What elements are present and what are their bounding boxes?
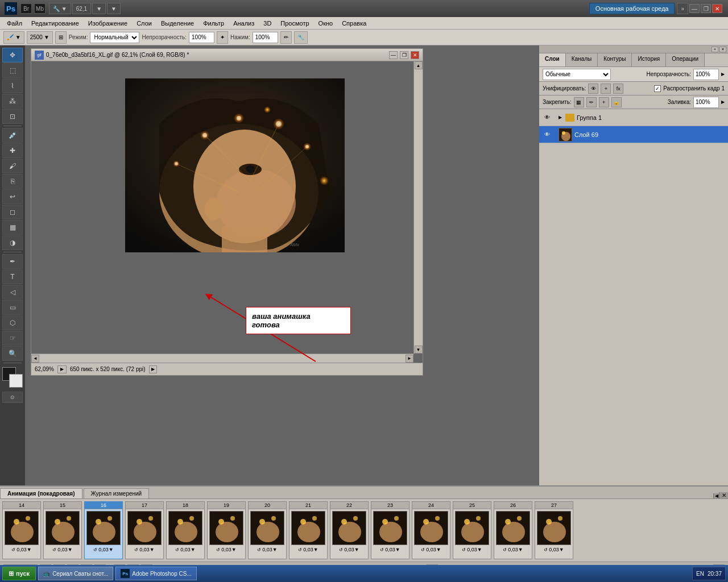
start-button[interactable]: ⊞ пуск <box>2 567 36 580</box>
frame-delay-27[interactable]: ↺0,03▼ <box>544 547 564 552</box>
pen-pressure-btn[interactable]: ✏ <box>280 31 292 44</box>
frame-22[interactable]: 22 ↺0,03▼ <box>330 501 369 559</box>
menu-analysis[interactable]: Анализ <box>229 19 259 28</box>
taskbar-item-serials[interactable]: 📺 Сериал Сваты снот... <box>38 567 113 580</box>
restore-button[interactable]: ❐ <box>701 4 711 13</box>
frame-18[interactable]: 18 ↺0,03▼ <box>166 501 205 559</box>
frame-23[interactable]: 23 ↺0,03▼ <box>371 501 410 559</box>
doc-minimize-btn[interactable]: — <box>389 51 398 59</box>
airbrush-btn[interactable]: ✦ <box>217 31 228 44</box>
crop-tool[interactable]: ⊡ <box>2 109 23 124</box>
panel-menu-btn[interactable]: ✕ <box>719 47 726 52</box>
scroll-left-btn[interactable]: ◄ <box>31 355 39 363</box>
clone-tool[interactable]: ⎘ <box>2 174 23 189</box>
frame-20[interactable]: 20 ↺0,03▼ <box>248 501 287 559</box>
frame-25[interactable]: 25 ↺0,03▼ <box>453 501 491 559</box>
doc-restore-btn[interactable]: ❐ <box>400 51 408 59</box>
unify-position-btn[interactable]: + <box>601 84 611 94</box>
tool-dropdown-2[interactable]: ▼ <box>92 3 106 14</box>
horizontal-scrollbar[interactable]: ◄ ► <box>31 354 413 363</box>
frame-21[interactable]: 21 ↺0,03▼ <box>289 501 328 559</box>
color-swatch[interactable] <box>2 367 23 388</box>
tab-actions[interactable]: Операции <box>666 53 705 66</box>
tool-dropdown-3[interactable]: ▼ <box>107 3 121 14</box>
frame-16[interactable]: 16 ↺0,03▼ <box>84 501 123 559</box>
menu-edit[interactable]: Редактирование <box>27 19 84 28</box>
lock-all-btn[interactable]: 🔒 <box>611 97 622 107</box>
quick-mask-btn[interactable]: ⊙ <box>2 392 23 403</box>
brush-tool-icon[interactable]: 🖌️ ▼ <box>3 31 24 44</box>
zoom-info-btn[interactable]: ▶ <box>57 365 67 373</box>
menu-select[interactable]: Выделение <box>156 19 198 28</box>
history-brush[interactable]: ↩ <box>2 189 23 204</box>
mode-select[interactable]: Нормальный <box>90 32 139 43</box>
lock-transparent-btn[interactable]: ▦ <box>574 97 584 107</box>
quick-select-tool[interactable]: ⁂ <box>2 94 23 109</box>
frame-delay-15[interactable]: ↺0,03▼ <box>52 547 72 552</box>
size-info-btn[interactable]: ▶ <box>149 365 157 373</box>
fill-value-display[interactable]: 100% <box>693 97 719 108</box>
shape-tool[interactable]: ▭ <box>2 300 23 315</box>
menu-view[interactable]: Просмотр <box>276 19 313 28</box>
frame-19[interactable]: 19 ↺0,03▼ <box>207 501 246 559</box>
unify-visibility-btn[interactable]: 👁 <box>588 84 598 94</box>
frame-delay-26[interactable]: ↺0,03▼ <box>503 547 523 552</box>
frame-24[interactable]: 24 ↺0,03▼ <box>412 501 450 559</box>
hand-tool[interactable]: ☞ <box>2 331 23 346</box>
lock-position-btn[interactable]: + <box>599 97 609 107</box>
zoom-tool[interactable]: 🔍 <box>2 346 23 361</box>
unify-style-btn[interactable]: fx <box>613 84 623 94</box>
tab-paths[interactable]: Контуры <box>598 53 632 66</box>
frame-14[interactable]: 14 ↺0,03▼ <box>2 501 41 559</box>
pressure-value[interactable]: 100% <box>253 32 278 43</box>
marquee-tool[interactable]: ⬚ <box>2 63 23 78</box>
heal-tool[interactable]: ✚ <box>2 143 23 158</box>
frame-delay-22[interactable]: ↺0,03▼ <box>339 547 359 552</box>
path-select-tool[interactable]: ◁ <box>2 285 23 300</box>
panel-close-icon[interactable]: ✕ <box>719 492 728 498</box>
frame-delay-16[interactable]: ↺0,03▼ <box>93 547 113 552</box>
menu-3d[interactable]: 3D <box>259 19 276 28</box>
tab-animation[interactable]: Анимация (покадровая) <box>0 488 82 498</box>
eraser-tool[interactable]: ◻ <box>2 205 23 219</box>
panel-collapse-icon[interactable]: ◀ <box>713 493 719 498</box>
frame-delay-24[interactable]: ↺0,03▼ <box>421 547 441 552</box>
scroll-down-btn[interactable]: ▼ <box>415 346 423 354</box>
scroll-up-btn[interactable]: ▲ <box>415 61 423 69</box>
doc-close-btn[interactable]: ✕ <box>411 51 419 59</box>
pen-tool[interactable]: ✒ <box>2 254 23 269</box>
tab-history[interactable]: История <box>632 53 666 66</box>
close-button[interactable]: ✕ <box>712 4 722 13</box>
brush-options-btn[interactable]: ⊞ <box>55 31 67 44</box>
tool-dropdown-1[interactable]: 🔧 ▼ <box>49 3 71 14</box>
frame-26[interactable]: 26 ↺0,03▼ <box>494 501 532 559</box>
frame-27[interactable]: 27 ↺0,03▼ <box>535 501 573 559</box>
dodge-tool[interactable]: ◑ <box>2 235 23 250</box>
menu-image[interactable]: Изображение <box>84 19 132 28</box>
panel-collapse-btn[interactable]: « <box>712 47 718 52</box>
frame-15[interactable]: 15 ↺0,03▼ <box>43 501 82 559</box>
blend-mode-select[interactable]: Обычные <box>543 69 611 80</box>
layer-item-69[interactable]: 👁 Слой 69 <box>539 126 728 143</box>
frame-delay-19[interactable]: ↺0,03▼ <box>216 547 236 552</box>
opacity-value[interactable]: 100% <box>189 32 214 43</box>
frame-17[interactable]: 17 ↺0,03▼ <box>125 501 164 559</box>
lock-pixels-btn[interactable]: ✏ <box>586 97 597 107</box>
menu-filter[interactable]: Фильтр <box>198 19 229 28</box>
propagate-checkbox[interactable]: ✓ <box>654 85 661 92</box>
brush-tool[interactable]: 🖌 <box>2 159 23 173</box>
opacity-value-display[interactable]: 100% <box>693 69 719 80</box>
menu-file[interactable]: Файл <box>2 19 27 28</box>
frame-delay-25[interactable]: ↺0,03▼ <box>462 547 482 552</box>
brush-size-btn[interactable]: 2500 ▼ <box>27 31 53 44</box>
bridge-logo[interactable]: Br <box>20 3 32 14</box>
frame-delay-14[interactable]: ↺0,03▼ <box>11 547 31 552</box>
gradient-tool[interactable]: ▦ <box>2 220 23 235</box>
fill-arrow[interactable]: ▶ <box>721 99 725 105</box>
layer-eye-group[interactable]: 👁 <box>543 113 552 122</box>
layer-expand-triangle[interactable]: ▶ <box>559 115 562 120</box>
tab-layers[interactable]: Слои <box>539 53 566 66</box>
minimize-button[interactable]: — <box>689 4 700 13</box>
frame-delay-17[interactable]: ↺0,03▼ <box>134 547 154 552</box>
eyedropper-tool[interactable]: 💉 <box>2 128 23 143</box>
